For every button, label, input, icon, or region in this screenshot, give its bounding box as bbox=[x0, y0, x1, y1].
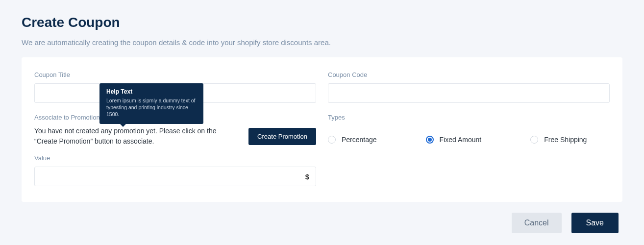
radio-label-free-shipping: Free Shipping bbox=[544, 136, 587, 144]
types-radio-group: Percentage Fixed Amount Free Shipping bbox=[328, 136, 610, 144]
tooltip-arrow-icon bbox=[120, 124, 126, 127]
radio-label-fixed-amount: Fixed Amount bbox=[440, 136, 482, 144]
cancel-button[interactable]: Cancel bbox=[512, 213, 562, 233]
radio-circle-icon bbox=[328, 136, 336, 144]
radio-dot-icon bbox=[428, 138, 432, 142]
value-label: Value bbox=[34, 154, 316, 162]
tooltip-body: Lorem ipsum is sipmly a dummy text of ty… bbox=[106, 97, 197, 118]
types-label: Types bbox=[328, 114, 610, 121]
radio-circle-icon bbox=[530, 136, 538, 144]
page-title: Create Coupon bbox=[22, 15, 622, 30]
radio-label-percentage: Percentage bbox=[342, 136, 377, 144]
create-promotion-button[interactable]: Create Promotion bbox=[248, 128, 316, 145]
radio-percentage[interactable]: Percentage bbox=[328, 136, 377, 144]
radio-free-shipping[interactable]: Free Shipping bbox=[530, 136, 587, 144]
page-subtitle: We are automatically creating the coupon… bbox=[22, 38, 622, 47]
tooltip-title: Help Text bbox=[106, 88, 197, 95]
form-card: Coupon Title Associate to Promotion Sect… bbox=[22, 57, 622, 202]
coupon-code-input[interactable] bbox=[328, 83, 610, 103]
coupon-title-label: Coupon Title bbox=[34, 71, 316, 78]
save-button[interactable]: Save bbox=[571, 213, 619, 233]
help-tooltip: Help Text Lorem ipsum is sipmly a dummy … bbox=[99, 83, 203, 124]
associate-empty-text: You have not created any promotion yet. … bbox=[34, 126, 240, 147]
radio-fixed-amount[interactable]: Fixed Amount bbox=[426, 136, 482, 144]
value-input[interactable] bbox=[34, 167, 316, 186]
coupon-code-label: Coupon Code bbox=[328, 71, 610, 78]
currency-symbol: $ bbox=[305, 172, 309, 181]
radio-circle-icon bbox=[426, 136, 434, 144]
